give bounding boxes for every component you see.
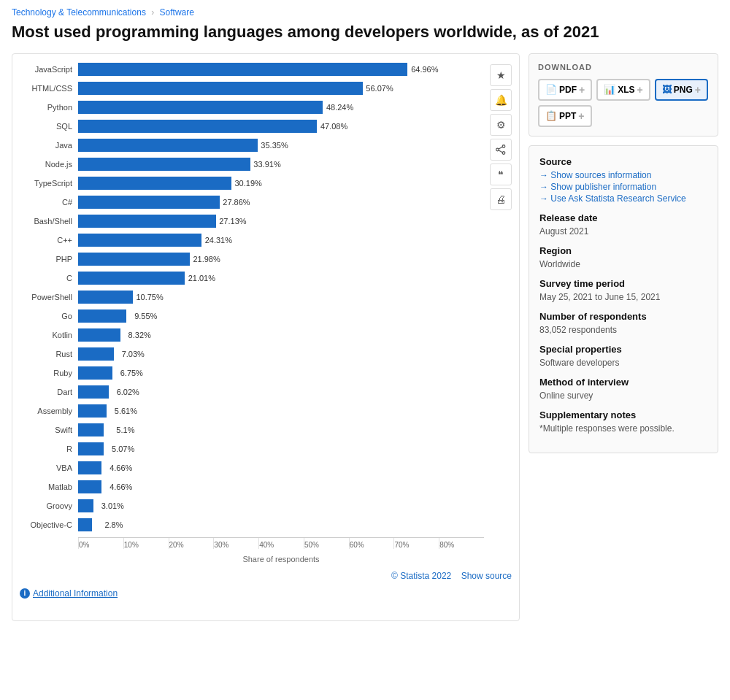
content-area: JavaScript64.96%HTML/CSS56.07%Python48.2… [12, 53, 718, 621]
svg-point-0 [502, 145, 505, 147]
region-section: Region Worldwide [539, 245, 707, 269]
bar-track: 35.35% [78, 139, 484, 152]
table-row: Java35.35% [20, 137, 484, 153]
bar-fill: 9.55% [78, 309, 126, 323]
breadcrumb-link-2[interactable]: Software [160, 7, 194, 18]
bar-value: 21.01% [188, 274, 215, 282]
bar-track: 21.98% [78, 253, 484, 266]
table-row: Ruby6.75% [20, 365, 484, 381]
bar-label: Objective-C [20, 520, 78, 529]
bar-track: 5.07% [78, 442, 484, 455]
png-plus: + [695, 84, 701, 96]
bar-fill: 4.66% [78, 461, 101, 474]
bar-fill: 56.07% [78, 82, 363, 95]
bar-value: 5.1% [116, 426, 134, 434]
download-ppt-button[interactable]: 📋 PPT + [538, 105, 592, 127]
notes-value: *Multiple responses were possible. [539, 423, 707, 434]
breadcrumb: Technology & Telecommunications › Softwa… [12, 7, 718, 18]
png-icon: 🖼 [662, 84, 672, 95]
bar-value: 6.75% [120, 369, 143, 377]
bell-button[interactable]: 🔔 [490, 89, 512, 111]
table-row: C#27.86% [20, 194, 484, 210]
svg-line-3 [499, 147, 502, 149]
download-pdf-button[interactable]: 📄 PDF + [538, 79, 592, 101]
bar-track: 24.31% [78, 234, 484, 247]
download-xls-button[interactable]: 📊 XLS + [596, 79, 650, 101]
star-button[interactable]: ★ [490, 64, 512, 86]
source-link-2[interactable]: Show publisher information [539, 182, 707, 192]
method-label: Method of interview [539, 377, 707, 388]
table-row: VBA4.66% [20, 460, 484, 476]
bar-label: TypeScript [20, 179, 78, 188]
bar-label: PowerShell [20, 293, 78, 301]
bar-value: 5.07% [112, 445, 134, 453]
bar-label: Python [20, 103, 78, 112]
table-row: PHP21.98% [20, 251, 484, 267]
bar-fill: 10.75% [78, 291, 133, 304]
additional-info-row: i Additional Information [20, 588, 512, 599]
survey-period-section: Survey time period May 25, 2021 to June … [539, 278, 707, 302]
bar-label: Dart [20, 388, 78, 396]
bar-value: 10.75% [136, 293, 163, 301]
table-row: Node.js33.91% [20, 156, 484, 172]
bar-track: 64.96% [78, 63, 484, 76]
print-button[interactable]: 🖨 [490, 188, 512, 210]
bar-chart: JavaScript64.96%HTML/CSS56.07%Python48.2… [20, 61, 484, 533]
show-source-link[interactable]: Show source [461, 571, 512, 581]
additional-info-link[interactable]: i Additional Information [20, 588, 512, 599]
x-tick: 40% [258, 538, 304, 549]
bar-track: 4.66% [78, 480, 484, 493]
bar-track: 2.8% [78, 518, 484, 531]
region-label: Region [539, 245, 707, 256]
bar-label: Ruby [20, 369, 78, 377]
bar-label: Swift [20, 426, 78, 434]
bar-track: 27.13% [78, 215, 484, 228]
ppt-plus: + [578, 110, 584, 122]
table-row: R5.07% [20, 441, 484, 457]
x-tick: 30% [213, 538, 258, 549]
table-row: Go9.55% [20, 308, 484, 324]
release-date-value: August 2021 [539, 226, 707, 236]
bar-value: 33.91% [253, 160, 280, 169]
bar-fill: 5.07% [78, 442, 104, 455]
bar-label: Bash/Shell [20, 217, 78, 226]
bar-fill: 4.66% [78, 480, 101, 493]
download-png-button[interactable]: 🖼 PNG + [655, 79, 708, 101]
bar-fill: 24.31% [78, 234, 201, 247]
source-link-1[interactable]: Show sources information [539, 170, 707, 180]
additional-info-label: Additional Information [33, 588, 118, 599]
bar-label: Go [20, 312, 78, 320]
bar-fill: 47.08% [78, 120, 317, 133]
bar-track: 48.24% [78, 101, 484, 114]
gear-button[interactable]: ⚙ [490, 114, 512, 136]
bar-value: 30.19% [235, 179, 262, 188]
source-link-3[interactable]: Use Ask Statista Research Service [539, 193, 707, 204]
bar-label: VBA [20, 464, 78, 472]
region-value: Worldwide [539, 259, 707, 269]
table-row: C++24.31% [20, 232, 484, 248]
respondents-value: 83,052 respondents [539, 325, 707, 335]
bar-label: Java [20, 141, 78, 150]
bar-fill: 35.35% [78, 139, 258, 152]
table-row: Dart6.02% [20, 384, 484, 400]
breadcrumb-link-1[interactable]: Technology & Telecommunications [12, 7, 146, 18]
bar-track: 47.08% [78, 120, 484, 133]
xls-plus: + [637, 84, 643, 96]
bar-track: 30.19% [78, 177, 484, 190]
method-section: Method of interview Online survey [539, 377, 707, 401]
bar-label: Kotlin [20, 331, 78, 339]
bar-fill: 5.61% [78, 404, 107, 418]
quote-button[interactable]: ❝ [490, 164, 512, 185]
table-row: Kotlin8.32% [20, 327, 484, 343]
svg-point-2 [496, 148, 499, 151]
table-row: Matlab4.66% [20, 479, 484, 495]
special-value: Software developers [539, 358, 707, 368]
bar-fill: 27.13% [78, 215, 216, 228]
bar-value: 21.98% [193, 255, 220, 264]
copyright: © Statista 2022 [391, 571, 451, 581]
bar-value: 4.66% [110, 482, 132, 491]
bar-fill: 6.02% [78, 385, 109, 399]
table-row: Swift5.1% [20, 422, 484, 438]
share-button[interactable] [490, 139, 512, 161]
table-row: C21.01% [20, 270, 484, 286]
